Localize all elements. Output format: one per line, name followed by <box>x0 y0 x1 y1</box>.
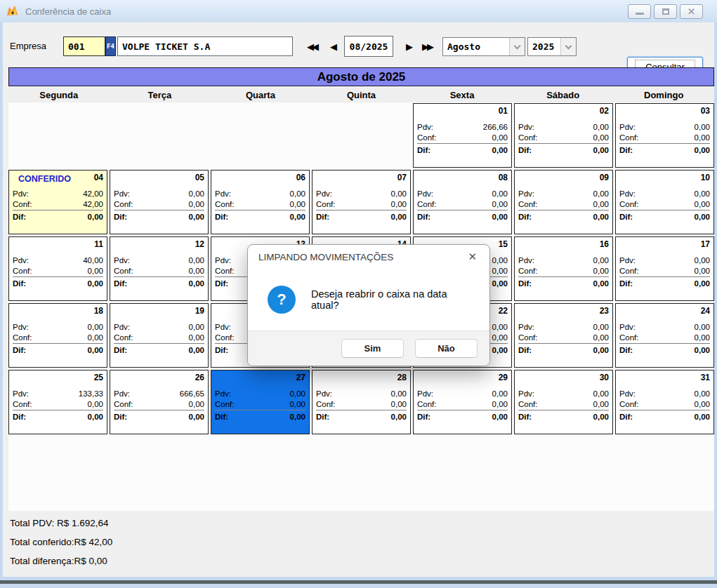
next-month-icon[interactable]: ▶ <box>406 41 411 52</box>
dif-row: Dif:0,00 <box>13 278 103 289</box>
conf-value: 0,00 <box>391 200 407 208</box>
dif-row: Dif:0,00 <box>619 211 710 222</box>
pdv-label: Pdv: <box>518 123 534 131</box>
dif-label: Dif: <box>417 413 430 421</box>
day-cell-06[interactable]: 06Pdv:0,00Conf:0,00Dif:0,00 <box>211 170 310 234</box>
day-cell-12[interactable]: 12Pdv:0,00Conf:0,00Dif:0,00 <box>110 236 209 301</box>
conf-label: Conf: <box>518 200 538 208</box>
day-cell-header: CONFERIDO04 <box>13 172 103 189</box>
dif-label: Dif: <box>316 413 329 421</box>
conf-value: 42,00 <box>83 200 103 208</box>
nao-button[interactable]: Não <box>415 339 478 358</box>
day-cell-29[interactable]: 29Pdv:0,00Conf:0,00Dif:0,00 <box>413 370 512 434</box>
pdv-value: 0,00 <box>189 189 204 198</box>
pdv-row: Pdv:133,33 <box>13 389 103 399</box>
day-cell-31[interactable]: 31Pdv:0,00Conf:0,00Dif:0,00 <box>615 370 714 434</box>
day-number: 08 <box>499 172 508 182</box>
day-cell-28[interactable]: 28Pdv:0,00Conf:0,00Dif:0,00 <box>312 370 411 434</box>
conf-label: Conf: <box>13 400 32 408</box>
day-cell-04[interactable]: CONFERIDO04Pdv:42,00Conf:42,00Dif:0,00 <box>8 170 107 234</box>
empresa-lookup-f4-button[interactable]: F4 <box>105 36 116 56</box>
conf-value: 0,00 <box>492 200 508 208</box>
day-cell-05[interactable]: 05Pdv:0,00Conf:0,00Dif:0,00 <box>110 170 209 234</box>
sim-button[interactable]: Sim <box>341 339 404 358</box>
maximize-icon <box>662 8 669 15</box>
dif-label: Dif: <box>13 213 26 221</box>
day-cell-01[interactable]: 01Pdv:266,66Conf:0,00Dif:0,00 <box>413 103 512 168</box>
day-cell-08[interactable]: 08Pdv:0,00Conf:0,00Dif:0,00 <box>413 170 512 234</box>
dif-row: Dif:0,00 <box>518 211 609 222</box>
day-cell-16[interactable]: 16Pdv:0,00Conf:0,00Dif:0,00 <box>514 236 613 301</box>
conf-label: Conf: <box>215 333 235 342</box>
conf-label: Conf: <box>13 267 32 275</box>
day-cell-02[interactable]: 02Pdv:0,00Conf:0,00Dif:0,00 <box>514 103 613 168</box>
pdv-row: Pdv:666,65 <box>114 389 204 399</box>
conf-row: Conf:0,00 <box>518 199 609 211</box>
close-button[interactable]: ✕ <box>680 4 703 19</box>
dif-value: 0,00 <box>695 413 710 421</box>
month-select[interactable]: Agosto <box>442 37 525 56</box>
day-cell-09[interactable]: 09Pdv:0,00Conf:0,00Dif:0,00 <box>514 170 613 234</box>
dif-value: 0,00 <box>189 279 204 288</box>
pdv-row: Pdv:0,00 <box>619 189 710 199</box>
maximize-button[interactable] <box>654 4 677 19</box>
chevron-down-icon <box>514 42 521 49</box>
previous-month-icon[interactable]: ◀ <box>330 41 335 52</box>
day-cell-header: 27 <box>215 372 305 389</box>
pdv-value: 0,00 <box>593 123 609 131</box>
day-cell-18[interactable]: 18Pdv:0,00Conf:0,00Dif:0,00 <box>8 303 107 368</box>
day-cell-header: 17 <box>619 239 710 255</box>
day-cell-17[interactable]: 17Pdv:0,00Conf:0,00Dif:0,00 <box>615 236 714 301</box>
first-month-icon[interactable]: ◀◀ <box>307 41 317 52</box>
day-cell-header: 10 <box>619 172 710 189</box>
period-input[interactable]: 08/2025 <box>344 36 393 57</box>
conf-value: 0,00 <box>189 200 204 208</box>
day-cell-26[interactable]: 26Pdv:666,65Conf:0,00Dif:0,00 <box>110 370 209 434</box>
dif-value: 0,00 <box>593 213 609 221</box>
totals-section: Total PDV: R$ 1.692,64 Total conferido:R… <box>10 518 112 575</box>
conf-value: 0,00 <box>695 133 710 142</box>
minimize-button[interactable] <box>628 4 651 19</box>
pdv-row: Pdv:40,00 <box>13 255 103 266</box>
empresa-code-input[interactable]: 001 <box>63 36 105 56</box>
conf-value: 0,00 <box>593 400 609 408</box>
dif-row: Dif:0,00 <box>417 211 508 222</box>
day-header-segunda: Segunda <box>8 87 110 102</box>
day-cell-27[interactable]: 27Pdv:0,00Conf:0,00Dif:0,00 <box>211 370 310 434</box>
day-cell-10[interactable]: 10Pdv:0,00Conf:0,00Dif:0,00 <box>615 170 714 234</box>
day-cell-23[interactable]: 23Pdv:0,00Conf:0,00Dif:0,00 <box>514 303 613 368</box>
dif-label: Dif: <box>619 346 633 354</box>
day-cell-11[interactable]: 11Pdv:40,00Conf:0,00Dif:0,00 <box>8 236 107 301</box>
day-cell-25[interactable]: 25Pdv:133,33Conf:0,00Dif:0,00 <box>8 370 107 434</box>
conf-row: Conf:0,00 <box>215 399 305 410</box>
conf-label: Conf: <box>316 400 336 408</box>
dif-row: Dif:0,00 <box>215 211 305 222</box>
day-cell-03[interactable]: 03Pdv:0,00Conf:0,00Dif:0,00 <box>615 103 714 168</box>
month-select-dropdown-button[interactable] <box>509 38 525 55</box>
year-select-dropdown-button[interactable] <box>560 38 576 55</box>
day-header-sabado: Sábado <box>513 87 614 102</box>
last-month-icon[interactable]: ▶▶ <box>422 41 432 52</box>
dif-label: Dif: <box>114 413 127 421</box>
dif-value: 0,00 <box>492 279 508 288</box>
day-cell-header: 12 <box>114 239 204 255</box>
dif-label: Dif: <box>215 213 228 221</box>
pdv-label: Pdv: <box>215 389 231 398</box>
day-cell-07[interactable]: 07Pdv:0,00Conf:0,00Dif:0,00 <box>312 170 411 234</box>
dif-row: Dif:0,00 <box>619 278 710 289</box>
dif-label: Dif: <box>114 346 127 354</box>
year-select[interactable]: 2025 <box>527 37 577 56</box>
day-cell-30[interactable]: 30Pdv:0,00Conf:0,00Dif:0,00 <box>514 370 613 434</box>
dif-value: 0,00 <box>492 146 508 154</box>
conf-row: Conf:0,00 <box>518 133 609 144</box>
dialog-close-icon[interactable]: ✕ <box>465 249 480 265</box>
day-cell-19[interactable]: 19Pdv:0,00Conf:0,00Dif:0,00 <box>110 303 209 368</box>
dif-row: Dif:0,00 <box>619 411 710 422</box>
dif-value: 0,00 <box>695 346 710 354</box>
pdv-value: 0,00 <box>492 389 508 398</box>
day-cell-24[interactable]: 24Pdv:0,00Conf:0,00Dif:0,00 <box>615 303 714 368</box>
conf-label: Conf: <box>417 400 437 408</box>
empresa-name-input[interactable]: VOLPE TICKET S.A <box>117 36 293 56</box>
pdv-row: Pdv:0,00 <box>114 255 204 266</box>
calendar-day-headers: Segunda Terça Quarta Quinta Sexta Sábado… <box>8 87 714 102</box>
